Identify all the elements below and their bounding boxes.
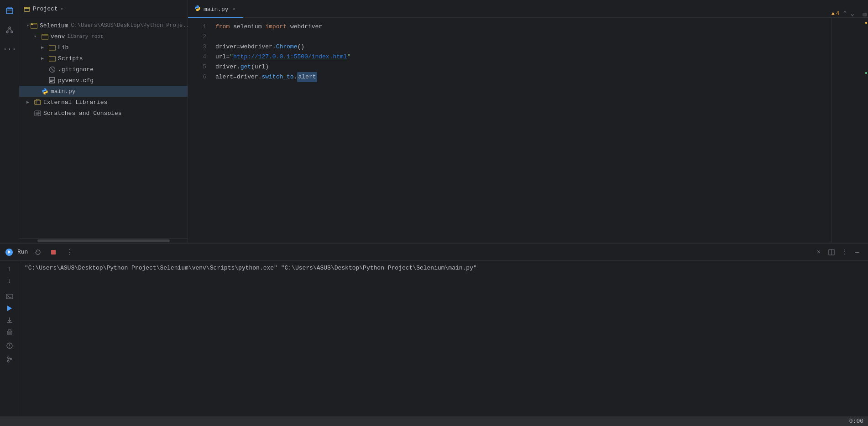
tree-item-pyvenv[interactable]: pyvenv.cfg (19, 75, 188, 86)
venv-suffix: library root (67, 34, 103, 39)
tab-close-btn[interactable]: × (231, 6, 237, 12)
project-title: Project (33, 5, 58, 12)
code-editor[interactable]: 1 2 3 4 5 6 from selenium import webdriv… (188, 18, 868, 243)
svg-rect-29 (6, 294, 13, 299)
status-bar: 0:00 (0, 416, 868, 426)
tree-item-scripts[interactable]: ▶ Scripts (19, 53, 188, 64)
selenium-label: Selenium (40, 22, 68, 29)
scrollbar-thumb (37, 239, 170, 242)
lib-arrow: ▶ (41, 45, 47, 50)
project-icon[interactable] (1, 3, 18, 19)
lib-folder-icon (48, 44, 56, 51)
tab-mainpy[interactable]: main.py × (188, 1, 243, 18)
scripts-label: Scripts (58, 55, 83, 62)
tree-item-mainpy[interactable]: main.py (19, 86, 188, 97)
run-debug-btn[interactable] (4, 303, 15, 314)
scripts-folder-icon (48, 55, 56, 62)
pyvenv-label: pyvenv.cfg (58, 77, 94, 84)
venv-folder-icon (41, 33, 48, 40)
close-panel-button[interactable]: × (813, 247, 824, 258)
svg-point-38 (9, 347, 10, 348)
extlib-arrow: ▶ (26, 99, 33, 105)
svg-rect-10 (49, 46, 56, 50)
gitignore-icon (48, 66, 56, 73)
console-command-line: "C:\Users\ASUS\Desktop\Python Project\Se… (25, 265, 863, 271)
gitignore-label: .gitignore (58, 66, 94, 73)
svg-line-6 (10, 29, 12, 31)
tree-item-selenium[interactable]: ▾ Selenium C:\Users\ASUS\Desktop\Python … (19, 20, 188, 31)
venv-label: venv (51, 33, 65, 40)
run-panel-label: Run (17, 249, 28, 255)
bottom-panel: Run ⋮ × ⋮ — (0, 243, 868, 416)
minimap (831, 18, 868, 243)
tree-item-scratches[interactable]: Scratches and Consoles (19, 108, 188, 119)
selenium-folder-icon (30, 22, 37, 29)
editor-area: main.py × ▲ 4 ⌃ ⌄ (188, 0, 868, 243)
run-icon (5, 249, 13, 256)
scroll-up-btn[interactable]: ↑ (4, 264, 15, 275)
lib-label: Lib (58, 44, 68, 51)
editor-tabs: main.py × ▲ 4 ⌃ ⌄ (188, 0, 868, 18)
more-tools-icon[interactable]: ··· (1, 41, 18, 57)
git-branch-btn[interactable] (4, 354, 15, 365)
code-line-4: url="http://127.0.0.1:5500/index.html" (215, 52, 831, 62)
code-line-5: driver.get(url) (215, 62, 831, 72)
svg-rect-9 (42, 35, 48, 39)
svg-point-4 (11, 31, 13, 33)
tab-mainpy-label: main.py (204, 6, 229, 13)
code-line-6: alert=driver.switch_to.alert (215, 72, 831, 82)
minimize-panel-button[interactable]: — (852, 247, 863, 258)
scripts-arrow: ▶ (41, 56, 47, 61)
structure-icon[interactable] (1, 22, 18, 38)
code-line-2 (215, 32, 831, 42)
split-panel-button[interactable] (826, 247, 837, 258)
svg-point-3 (6, 31, 8, 33)
selenium-path: C:\Users\ASUS\Desktop\Python Proje... (71, 22, 188, 29)
mainpy-python-icon (41, 88, 48, 95)
expand-icon[interactable]: ⌃ (843, 10, 847, 17)
svg-point-40 (7, 360, 9, 362)
error-btn[interactable] (4, 340, 15, 351)
tree-item-venv[interactable]: ▾ venv library root (19, 31, 188, 42)
panel-scrollbar[interactable] (19, 238, 188, 243)
svg-rect-0 (6, 8, 13, 14)
warning-count: 4 (836, 10, 839, 17)
panel-more-button[interactable]: ⋮ (839, 247, 850, 258)
extlib-icon (34, 99, 41, 106)
download-btn[interactable] (4, 315, 15, 326)
project-tree: ▾ Selenium C:\Users\ASUS\Desktop\Python … (19, 18, 188, 238)
left-sidebar: ··· (0, 0, 19, 243)
code-line-3: driver=webdriver.Chrome() (215, 42, 831, 52)
svg-line-5 (7, 29, 10, 31)
terminal-btn[interactable] (4, 291, 15, 302)
code-line-1: from selenium import webdriver (215, 22, 831, 32)
tree-item-lib[interactable]: ▶ Lib (19, 42, 188, 53)
svg-line-13 (50, 68, 54, 72)
stop-button[interactable] (48, 247, 59, 258)
bottom-content-area: ↑ ↓ (0, 261, 868, 416)
warning-badge[interactable]: ▲ 4 (831, 10, 839, 17)
svg-marker-25 (8, 250, 11, 254)
scroll-down-btn[interactable]: ↓ (4, 275, 15, 286)
code-content[interactable]: from selenium import webdriver driver=we… (211, 18, 831, 243)
project-header[interactable]: Project ▾ (19, 0, 188, 18)
bottom-panel-header: Run ⋮ × ⋮ — (0, 244, 868, 261)
panel-right-actions: × ⋮ — (813, 247, 863, 258)
print-btn[interactable] (4, 327, 15, 338)
rerun-button[interactable] (32, 247, 43, 258)
folder-icon (24, 6, 30, 12)
svg-rect-18 (35, 100, 41, 104)
run-more-button[interactable]: ⋮ (63, 247, 76, 258)
project-chevron: ▾ (61, 6, 63, 12)
collapse-icon[interactable]: ⌄ (851, 10, 854, 17)
minimap-indicator (865, 72, 867, 74)
extlib-label: External Libraries (43, 99, 107, 106)
svg-rect-11 (49, 57, 56, 61)
tree-item-external-libs[interactable]: ▶ External Libraries (19, 97, 188, 108)
selenium-arrow: ▾ (26, 23, 29, 28)
tree-item-gitignore[interactable]: .gitignore (19, 64, 188, 75)
status-time: 0:00 (849, 418, 863, 425)
mainpy-label: main.py (51, 88, 76, 95)
svg-marker-31 (7, 306, 12, 311)
svg-rect-26 (51, 250, 56, 255)
